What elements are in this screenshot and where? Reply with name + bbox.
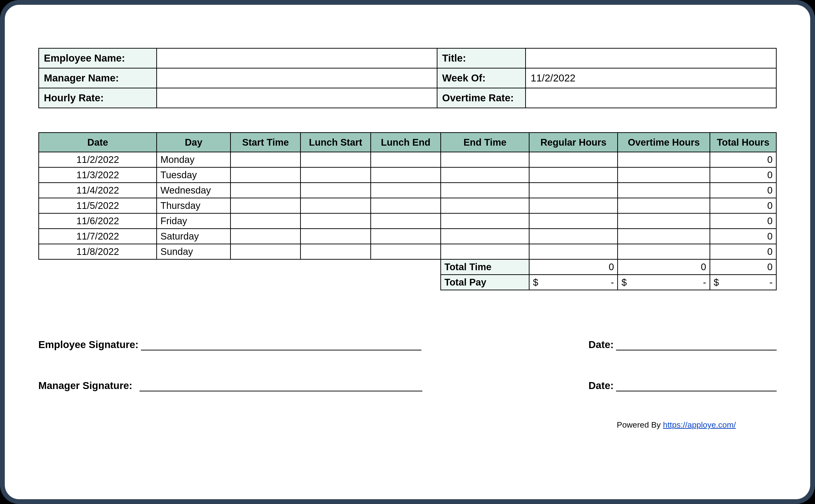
cell-overtime-hours[interactable]	[618, 244, 710, 259]
col-regular-hours: Regular Hours	[529, 133, 618, 152]
manager-name-value[interactable]	[157, 68, 437, 88]
cell-day[interactable]: Monday	[157, 152, 231, 167]
hourly-rate-label: Hourly Rate:	[39, 88, 157, 108]
title-label: Title:	[437, 48, 526, 68]
cell-start-time[interactable]	[231, 198, 300, 213]
cell-day[interactable]: Friday	[157, 213, 231, 229]
cell-total-hours: 0	[710, 244, 776, 259]
cell-date[interactable]: 11/7/2022	[39, 229, 157, 244]
cell-overtime-hours[interactable]	[618, 229, 710, 244]
overtime-rate-value[interactable]	[526, 88, 776, 108]
cell-overtime-hours[interactable]	[618, 213, 710, 229]
employee-signature-row: Employee Signature: Date:	[38, 338, 777, 350]
employee-signature-label: Employee Signature:	[38, 339, 138, 350]
table-row: 11/2/2022Monday0	[39, 152, 776, 167]
cell-start-time[interactable]	[231, 213, 300, 229]
cell-day[interactable]: Sunday	[157, 244, 231, 259]
cell-total-hours: 0	[710, 152, 776, 167]
cell-day[interactable]: Wednesday	[157, 183, 231, 198]
cell-end-time[interactable]	[441, 152, 529, 167]
employee-date-line[interactable]	[616, 338, 777, 350]
timesheet-document: Employee Name: Title: Manager Name: Week…	[0, 0, 815, 504]
powered-by-prefix: Powered By	[617, 420, 663, 429]
cell-date[interactable]: 11/5/2022	[39, 198, 157, 213]
cell-end-time[interactable]	[441, 198, 529, 213]
cell-overtime-hours[interactable]	[618, 152, 710, 167]
cell-date[interactable]: 11/6/2022	[39, 213, 157, 229]
cell-overtime-hours[interactable]	[618, 167, 710, 183]
manager-name-label: Manager Name:	[39, 68, 157, 88]
cell-lunch-start[interactable]	[300, 152, 370, 167]
cell-day[interactable]: Tuesday	[157, 167, 231, 183]
cell-regular-hours[interactable]	[529, 213, 618, 229]
cell-day[interactable]: Saturday	[157, 229, 231, 244]
cell-end-time[interactable]	[441, 167, 529, 183]
cell-lunch-start[interactable]	[300, 198, 370, 213]
cell-start-time[interactable]	[231, 244, 300, 259]
cell-start-time[interactable]	[231, 167, 300, 183]
employee-name-label: Employee Name:	[39, 48, 157, 68]
table-row: 11/4/2022Wednesday0	[39, 183, 776, 198]
table-row: 11/8/2022Sunday0	[39, 244, 776, 259]
content: Employee Name: Title: Manager Name: Week…	[38, 48, 777, 430]
cell-lunch-end[interactable]	[370, 152, 441, 167]
week-of-value[interactable]: 11/2/2022	[526, 68, 776, 88]
cell-regular-hours[interactable]	[529, 152, 618, 167]
cell-lunch-end[interactable]	[370, 213, 441, 229]
employee-signature-line[interactable]	[141, 338, 422, 350]
cell-start-time[interactable]	[231, 183, 300, 198]
powered-by-link[interactable]: https://apploye.com/	[663, 420, 736, 429]
cell-overtime-hours[interactable]	[618, 183, 710, 198]
cell-end-time[interactable]	[441, 213, 529, 229]
cell-day[interactable]: Thursday	[157, 198, 231, 213]
cell-total-hours: 0	[710, 213, 776, 229]
info-row: Hourly Rate: Overtime Rate:	[39, 88, 776, 108]
cell-regular-hours[interactable]	[529, 244, 618, 259]
cell-end-time[interactable]	[441, 244, 529, 259]
manager-signature-row: Manager Signature: Date:	[38, 379, 777, 391]
cell-date[interactable]: 11/4/2022	[39, 183, 157, 198]
cell-total-hours: 0	[710, 198, 776, 213]
table-row: 11/5/2022Thursday0	[39, 198, 776, 213]
cell-date[interactable]: 11/3/2022	[39, 167, 157, 183]
cell-lunch-start[interactable]	[300, 229, 370, 244]
cell-lunch-end[interactable]	[370, 244, 441, 259]
title-value[interactable]	[526, 48, 776, 68]
cell-overtime-hours[interactable]	[618, 198, 710, 213]
cell-regular-hours[interactable]	[529, 183, 618, 198]
info-row: Employee Name: Title:	[39, 48, 776, 68]
employee-name-value[interactable]	[157, 48, 437, 68]
cell-start-time[interactable]	[231, 152, 300, 167]
cell-regular-hours[interactable]	[529, 198, 618, 213]
cell-lunch-end[interactable]	[370, 183, 441, 198]
cell-date[interactable]: 11/8/2022	[39, 244, 157, 259]
cell-regular-hours[interactable]	[529, 229, 618, 244]
total-pay-total: $-	[710, 275, 776, 290]
signatures: Employee Signature: Date: Manager Signat…	[38, 338, 777, 391]
cell-total-hours: 0	[710, 167, 776, 183]
total-time-label: Total Time	[441, 259, 529, 275]
cell-lunch-start[interactable]	[300, 183, 370, 198]
cell-lunch-end[interactable]	[370, 198, 441, 213]
manager-signature-line[interactable]	[139, 379, 423, 391]
cell-start-time[interactable]	[231, 229, 300, 244]
cell-date[interactable]: 11/2/2022	[39, 152, 157, 167]
cell-lunch-start[interactable]	[300, 244, 370, 259]
cell-lunch-end[interactable]	[370, 167, 441, 183]
col-total-hours: Total Hours	[710, 133, 776, 152]
cell-end-time[interactable]	[441, 229, 529, 244]
timesheet-table: Date Day Start Time Lunch Start Lunch En…	[38, 132, 777, 290]
cell-lunch-end[interactable]	[370, 229, 441, 244]
total-time-regular: 0	[529, 259, 618, 275]
cell-total-hours: 0	[710, 183, 776, 198]
total-pay-overtime: $-	[618, 275, 710, 290]
cell-end-time[interactable]	[441, 183, 529, 198]
cell-regular-hours[interactable]	[529, 167, 618, 183]
employee-date-label: Date:	[589, 339, 614, 350]
manager-date-line[interactable]	[616, 379, 777, 391]
cell-lunch-start[interactable]	[300, 167, 370, 183]
total-time-overtime: 0	[618, 259, 710, 275]
hourly-rate-value[interactable]	[157, 88, 437, 108]
info-table: Employee Name: Title: Manager Name: Week…	[38, 48, 777, 108]
cell-lunch-start[interactable]	[300, 213, 370, 229]
